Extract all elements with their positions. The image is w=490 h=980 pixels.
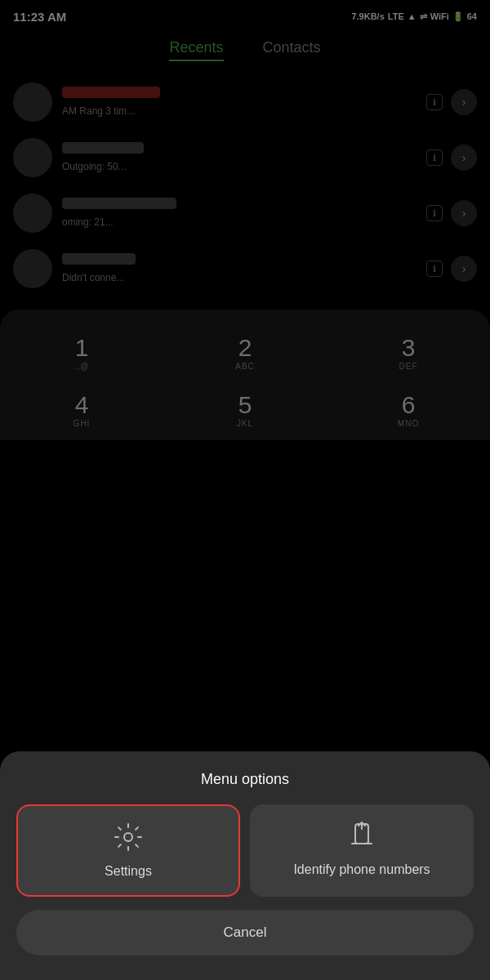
- sheet-buttons: Settings Identify phone numbers: [16, 804, 474, 897]
- gear-icon: [114, 822, 143, 856]
- sheet-title: Menu options: [16, 771, 474, 788]
- identify-icon: [347, 821, 376, 854]
- settings-button[interactable]: Settings: [16, 804, 240, 897]
- svg-point-0: [124, 833, 132, 841]
- identify-label: Identify phone numbers: [293, 862, 430, 877]
- settings-label: Settings: [105, 864, 152, 879]
- identify-button[interactable]: Identify phone numbers: [250, 804, 474, 897]
- cancel-button[interactable]: Cancel: [16, 910, 474, 956]
- bottom-sheet: Menu options Settings Identify: [0, 751, 490, 980]
- overlay: [0, 0, 490, 506]
